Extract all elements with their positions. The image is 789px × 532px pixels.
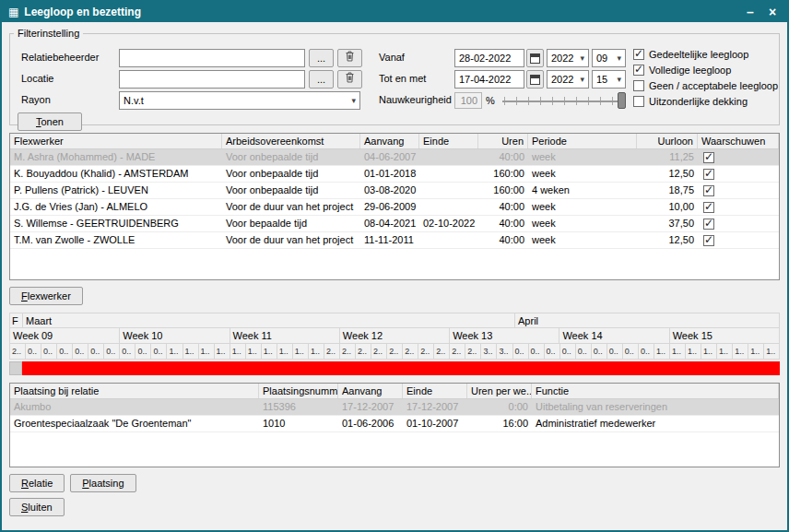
chevron-down-icon: ▾ [617,53,621,63]
window-icon: ▦ [8,6,18,18]
flexwerker-row[interactable]: M. Ashra (Mohammed) - MADE Voor onbepaal… [10,149,779,166]
cell-uren: 40:00 [478,199,528,215]
leegloop-bar[interactable] [22,361,780,375]
flexwerker-row[interactable]: S. Willemse - GEERTRUIDENBERG Voor bepaa… [10,216,779,232]
relatie-button[interactable]: Relatie [9,474,65,492]
titlebar[interactable]: ▦ Leegloop en bezetting – × [2,2,787,22]
column-header-einde[interactable]: Einde [403,384,467,398]
flexwerker-row[interactable]: K. Bouyaddou (Khalid) - AMSTERDAM Voor o… [10,166,779,183]
cell-uren: 40:00 [478,149,528,165]
timeline-day-cell: 0.. [26,344,41,360]
column-header-periode[interactable]: Periode [528,134,637,148]
nauwkeurigheid-label: Nauwkeurigheid [379,94,452,105]
tonen-button[interactable]: Tonen [18,112,82,131]
checkbox-icon[interactable] [633,96,644,107]
plaatsing-button[interactable]: Plaatsing [70,474,135,492]
timeline-day-cell: 1.. [670,344,686,360]
timeline-day-cell: 2.. [324,344,340,360]
timeline-week-cell: Week 15 [670,328,780,344]
vanaf-week-select[interactable]: 09 ▾ [592,49,626,67]
flexwerker-row[interactable]: P. Pullens (Patrick) - LEUVEN Voor onbep… [10,183,779,199]
cell-uurloon: 12,50 [637,166,698,182]
trash-icon [345,72,355,83]
tot-en-met-week-select[interactable]: 15 ▾ [592,70,626,89]
waarschuwen-checkbox[interactable] [703,235,714,246]
column-header-einde[interactable]: Einde [419,134,478,148]
locatie-clear-button[interactable] [337,70,362,89]
flexwerker-row[interactable]: T.M. van Zwolle - ZWOLLE Voor de duur va… [10,232,779,249]
cell-uurloon: 18,75 [637,183,698,198]
filter-checkbox-row[interactable]: Gedeeltelijke leegloop [633,46,779,62]
cell-aanvang: 04-06-2007 [360,149,419,165]
column-header-uren[interactable]: Uren [478,134,528,148]
cell-aanvang: 01-01-2018 [360,166,419,182]
column-header-plaatsing-bij-relatie[interactable]: Plaatsing bij relatie [10,384,259,398]
locatie-browse-button[interactable]: ... [309,70,334,89]
nauwkeurigheid-slider[interactable] [502,92,626,109]
cell-functie: Uitbetaling van reserveringen [532,399,779,415]
cell-uren: 160:00 [478,166,528,182]
column-header-uurloon[interactable]: Uurloon [637,134,698,148]
timeline-week-cell: Week 13 [450,328,559,344]
column-header-flexwerker[interactable]: Flexwerker [10,134,222,148]
cell-flexwerker: S. Willemse - GEERTRUIDENBERG [10,216,222,231]
cell-arbeidsovereenkomst: Voor onbepaalde tijd [222,166,360,182]
rayon-select[interactable]: N.v.t ▾ [119,91,360,110]
relatiebeheerder-browse-button[interactable]: ... [309,49,334,67]
timeline-day-cell: 1.. [230,344,246,360]
timeline-day-cell: 2.. [371,344,387,360]
timeline-month-cell: Maart [23,313,515,328]
timeline-day-cell: 0.. [41,344,57,360]
checkbox-icon[interactable] [633,65,644,76]
column-header-plaatsingsnummer[interactable]: Plaatsingsnummer [259,384,338,398]
tot-en-met-date-input[interactable] [454,70,524,89]
close-button[interactable]: × [764,3,781,21]
timeline-day-cell: 1.. [733,344,748,360]
relatiebeheerder-input[interactable] [119,49,305,67]
waarschuwen-checkbox[interactable] [703,219,714,230]
column-header-aanvang[interactable]: Aanvang [360,134,419,148]
cell-periode: week [528,216,637,231]
column-header-uren-per-week[interactable]: Uren per we... [467,384,532,398]
cell-einde [419,199,478,215]
waarschuwen-checkbox[interactable] [703,169,714,180]
checkbox-icon[interactable] [633,80,644,91]
cell-aanvang: 17-12-2007 [338,399,403,415]
checkbox-icon[interactable] [633,49,644,60]
column-header-aanvang[interactable]: Aanvang [338,384,403,398]
waarschuwen-checkbox[interactable] [703,202,714,213]
vanaf-date-input[interactable] [454,49,524,67]
vanaf-year-select[interactable]: 2022 ▾ [547,49,589,67]
minimize-button[interactable]: – [742,3,759,21]
cell-flexwerker: J.G. de Vries (Jan) - ALMELO [10,199,222,215]
slider-thumb[interactable] [618,92,626,109]
waarschuwen-checkbox[interactable] [703,185,714,196]
filter-checkbox-row[interactable]: Uitzonderlijke dekking [633,93,779,109]
filter-checkbox-row[interactable]: Volledige leegloop [633,62,779,77]
timeline-day-cell: 2.. [387,344,403,360]
filter-checkbox-row[interactable]: Geen / acceptabele leegloop [633,77,779,93]
timeline-day-cell: 2.. [465,344,481,360]
waarschuwen-checkbox[interactable] [703,152,714,163]
flexwerker-button[interactable]: Flexwerker [9,287,83,305]
timeline-day-cell: 1.. [262,344,277,360]
column-header-arbeidsovereenkomst[interactable]: Arbeidsovereenkomst [222,134,360,148]
slider-track [502,100,626,102]
nauwkeurigheid-input [454,92,482,109]
locatie-input[interactable] [119,70,305,89]
timeline-week-row: Week 09 Week 10 Week 11 Week 12 Week 13 … [9,328,780,344]
tot-en-met-year-select[interactable]: 2022 ▾ [547,70,589,89]
flexwerker-row[interactable]: J.G. de Vries (Jan) - ALMELO Voor de duu… [10,199,779,216]
vanaf-calendar-button[interactable] [526,49,544,67]
tot-en-met-calendar-button[interactable] [526,70,544,89]
sluiten-button[interactable]: Sluiten [9,498,65,516]
relatiebeheerder-clear-button[interactable] [337,49,362,67]
plaatsing-row[interactable]: Groentespeciaalzaak "De Groenteman" 1010… [10,416,779,432]
column-header-waarschuwen[interactable]: Waarschuwen [698,134,779,148]
column-header-functie[interactable]: Functie [532,384,779,398]
plaatsing-row[interactable]: Akumbo 115396 17-12-2007 17-12-2007 0:00… [10,399,779,416]
timeline-day-cell: 1.. [199,344,215,360]
timeline-month-cell: April [515,313,780,328]
cell-waarschuwen [698,166,779,182]
timeline-day-cell: 0.. [592,344,607,360]
